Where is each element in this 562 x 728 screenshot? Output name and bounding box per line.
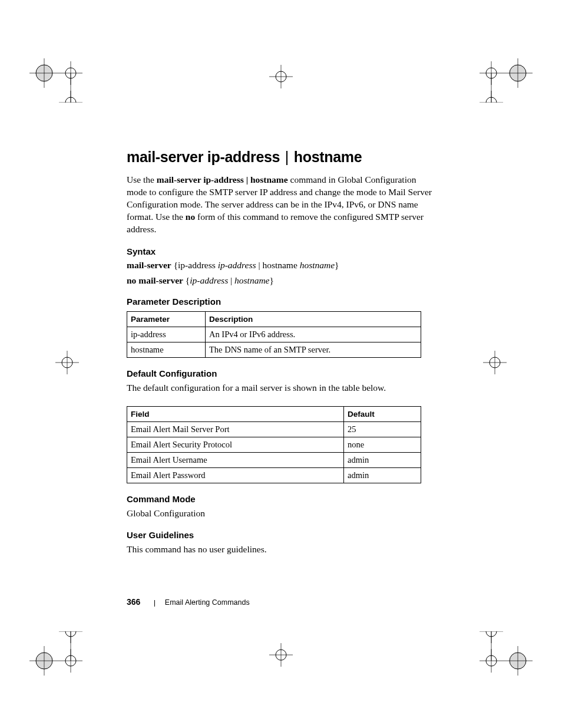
title-part-1: mail-server ip-address <box>127 149 280 165</box>
user-guidelines-heading: User Guidelines <box>127 530 433 540</box>
parameter-description-heading: Parameter Description <box>127 297 433 307</box>
registration-mark-icon <box>269 65 293 88</box>
syntax-line-1: mail-server {ip-address ip-address | hos… <box>127 260 433 271</box>
registration-mark-icon <box>483 351 507 374</box>
command-mode-text: Global Configuration <box>127 508 433 520</box>
registration-mark-icon <box>55 351 79 374</box>
param-cell: hostname <box>127 342 206 357</box>
desc-cell: The DNS name of an SMTP server. <box>206 342 421 357</box>
title-pipe: | <box>284 149 290 165</box>
crop-mark-icon <box>29 44 88 103</box>
user-guidelines-text: This command has no user guidelines. <box>127 543 433 556</box>
default-header-default: Default <box>344 406 421 421</box>
default-cell: none <box>344 437 421 452</box>
desc-cell: An IPv4 or IPv6 address. <box>206 327 421 342</box>
default-cell: admin <box>344 467 421 483</box>
parameter-table: Parameter Description ip-address An IPv4… <box>127 311 421 358</box>
default-configuration-table: Field Default Email Alert Mail Server Po… <box>127 406 421 483</box>
default-header-field: Field <box>127 406 344 421</box>
command-mode-heading: Command Mode <box>127 494 433 504</box>
crop-mark-icon <box>474 631 533 690</box>
param-header-parameter: Parameter <box>127 311 206 327</box>
table-row: ip-address An IPv4 or IPv6 address. <box>127 327 421 342</box>
footer-separator <box>154 600 155 607</box>
command-title: mail-server ip-address | hostname <box>127 149 433 166</box>
page-content: mail-server ip-address | hostname Use th… <box>127 149 433 565</box>
intro-bold-no: no <box>186 212 195 222</box>
table-row: Email Alert Security Protocol none <box>127 437 421 452</box>
param-header-description: Description <box>206 311 421 327</box>
table-header-row: Field Default <box>127 406 421 421</box>
field-cell: Email Alert Security Protocol <box>127 437 344 452</box>
table-header-row: Parameter Description <box>127 311 421 327</box>
table-row: Email Alert Username admin <box>127 452 421 467</box>
chapter-name: Email Alerting Commands <box>165 598 250 607</box>
intro-bold-command: mail-server ip-address | hostname <box>157 174 288 185</box>
syntax-heading: Syntax <box>127 246 433 256</box>
intro-paragraph: Use the mail-server ip-address | hostnam… <box>127 174 433 236</box>
page-number: 366 <box>127 597 140 607</box>
crop-mark-icon <box>474 44 533 103</box>
field-cell: Email Alert Username <box>127 452 344 467</box>
field-cell: Email Alert Mail Server Port <box>127 421 344 437</box>
param-cell: ip-address <box>127 327 206 342</box>
table-row: Email Alert Mail Server Port 25 <box>127 421 421 437</box>
field-cell: Email Alert Password <box>127 467 344 483</box>
registration-mark-icon <box>269 643 293 667</box>
default-cell: 25 <box>344 421 421 437</box>
table-row: Email Alert Password admin <box>127 467 421 483</box>
syntax-line-2: no mail-server {ip-address | hostname} <box>127 275 433 286</box>
default-cell: admin <box>344 452 421 467</box>
crop-mark-icon <box>29 631 88 690</box>
title-part-2: hostname <box>294 149 362 165</box>
table-row: hostname The DNS name of an SMTP server. <box>127 342 421 357</box>
default-configuration-heading: Default Configuration <box>127 368 433 378</box>
default-configuration-text: The default configuration for a mail ser… <box>127 382 433 394</box>
page-footer: 366 Email Alerting Commands <box>127 597 250 607</box>
